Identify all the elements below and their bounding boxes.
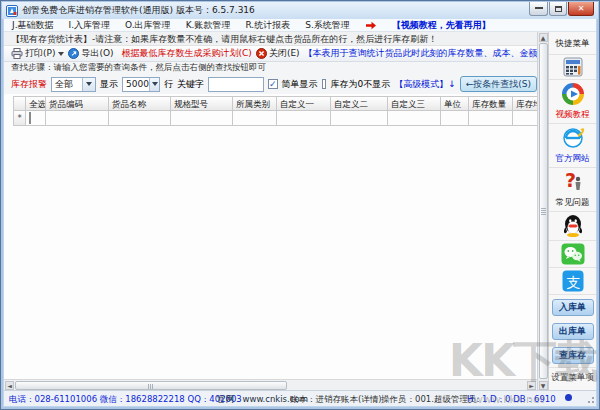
- close-icon: ✕: [578, 4, 585, 13]
- scroll-down-icon[interactable]: ▼: [539, 381, 548, 390]
- video-tutorial-label: 视频教程: [556, 108, 590, 123]
- minimize-icon: [535, 6, 543, 9]
- keyword-input[interactable]: [208, 77, 264, 92]
- cell-unit[interactable]: [441, 111, 469, 126]
- column-stock-qty[interactable]: 库存数量: [469, 96, 513, 111]
- export-button[interactable]: 导出(O): [68, 47, 113, 60]
- column-spec-model[interactable]: 规格型号: [171, 96, 233, 111]
- ie-icon: [561, 126, 585, 150]
- vertical-scrollbar[interactable]: ▲ ▼: [537, 32, 548, 390]
- menu-system[interactable]: S.系统管理: [305, 19, 350, 32]
- question-icon: ?: [561, 170, 585, 194]
- column-item-code[interactable]: 货品编码: [46, 96, 109, 111]
- new-row-marker: *: [13, 111, 26, 126]
- window-controls: ✕: [529, 2, 594, 16]
- toolbar: 打印(P) 导出(O) 根据最低库存数生成采购计划(C): [4, 45, 537, 62]
- print-dropdown-icon: [58, 52, 64, 56]
- search-steps-text: 查找步骤：请输入您需要的查询条件，然后点击右侧的查找按钮即可: [4, 62, 537, 74]
- minimize-button[interactable]: [529, 2, 548, 16]
- check-stock-button[interactable]: 查库存: [552, 347, 594, 364]
- maximize-button[interactable]: [549, 2, 567, 16]
- cell-custom-1[interactable]: [277, 111, 331, 126]
- red-arrow-icon: [365, 21, 377, 30]
- horizontal-scrollbar[interactable]: ◄ ►: [4, 379, 537, 390]
- column-custom-2[interactable]: 自定义二: [331, 96, 388, 111]
- simple-display-label: 简单显示: [282, 78, 318, 91]
- advanced-mode-link[interactable]: 【高级模式】↓: [394, 78, 456, 91]
- menu-accounts[interactable]: K.账款管理: [186, 19, 231, 32]
- outbound-order-button[interactable]: 出库单: [552, 323, 594, 340]
- cell-item-code[interactable]: [46, 111, 109, 126]
- printer-icon: [11, 48, 23, 59]
- table-row[interactable]: *: [13, 111, 537, 126]
- cell-stock-qty[interactable]: [469, 111, 513, 126]
- simple-display-checkbox[interactable]: [268, 79, 278, 89]
- column-category[interactable]: 所属类别: [233, 96, 277, 111]
- operator-info: 操作员：001.超级管理员: [381, 394, 476, 406]
- cell-custom-2[interactable]: [331, 111, 388, 126]
- display-rows-select[interactable]: 5000: [122, 77, 160, 92]
- inbound-order-button[interactable]: 入库单: [552, 299, 594, 316]
- qq-contact-button[interactable]: [549, 212, 596, 240]
- cell-item-name[interactable]: [109, 111, 171, 126]
- menu-settings-link[interactable]: 设置菜单项: [551, 368, 594, 384]
- generate-purchase-plan-button[interactable]: 根据最低库存数生成采购计划(C): [122, 47, 252, 60]
- resize-grip[interactable]: [585, 394, 595, 404]
- cell-custom-3[interactable]: [388, 111, 441, 126]
- keyword-label: 关键字: [177, 78, 204, 91]
- calculator-button[interactable]: [549, 55, 596, 79]
- close-view-button[interactable]: 关闭(E): [256, 47, 300, 60]
- qq-icon: [562, 214, 584, 238]
- main-panel: 【现有存货统计表】-请注意：如果库存数量不准确，请用鼠标右键点击货品所在的行，然…: [4, 32, 537, 390]
- alipay-contact-button[interactable]: 支: [549, 268, 596, 294]
- toolbar-hint: 【本表用于查询统计货品此时此刻的库存数量、成本、金额等情况】: [304, 47, 537, 60]
- menu-video-tutorial[interactable]: 【视频教程，先看再用】: [392, 19, 491, 32]
- faq-button[interactable]: ?: [549, 168, 596, 196]
- grid-corner-cell: [13, 96, 26, 111]
- official-website-button[interactable]: [549, 124, 596, 152]
- vscroll-thumb[interactable]: [539, 43, 548, 379]
- menu-inbound[interactable]: I.入库管理: [69, 19, 111, 32]
- dropdown-arrow-icon: [149, 78, 159, 91]
- column-item-name[interactable]: 货品名称: [109, 96, 171, 111]
- column-unit[interactable]: 单位: [441, 96, 469, 111]
- column-select-all[interactable]: 全选: [26, 96, 46, 111]
- menu-basic-data[interactable]: J.基础数据: [12, 19, 54, 32]
- menu-reports[interactable]: R.统计报表: [245, 19, 290, 32]
- cell-category[interactable]: [233, 111, 277, 126]
- print-button[interactable]: 打印(P): [11, 47, 64, 60]
- maximize-icon: [555, 6, 562, 12]
- scroll-left-icon[interactable]: ◄: [5, 381, 14, 390]
- stock-alarm-select[interactable]: 全部: [51, 77, 96, 92]
- cell-avg-price[interactable]: [513, 111, 537, 126]
- wechat-contact-button[interactable]: [549, 241, 596, 267]
- close-button[interactable]: ✕: [568, 2, 594, 16]
- hscroll-thumb[interactable]: [15, 381, 287, 390]
- menu-outbound[interactable]: O.出库管理: [125, 19, 171, 32]
- hide-zero-label: 库存为0不显示: [330, 78, 390, 91]
- find-by-condition-button[interactable]: ←按条件查找(S): [460, 76, 537, 92]
- app-icon: [6, 5, 18, 17]
- calculator-icon: [562, 57, 584, 77]
- notice-text: 【现有存货统计表】-请注意：如果库存数量不准确，请用鼠标右键点击货品所在的行，然…: [4, 32, 537, 45]
- quick-menu-sidebar: 快捷菜单: [548, 32, 596, 390]
- hide-zero-checkbox[interactable]: [322, 79, 327, 89]
- client-area: 【现有存货统计表】-请注意：如果库存数量不准确，请用鼠标右键点击货品所在的行，然…: [4, 32, 596, 390]
- column-custom-1[interactable]: 自定义一: [277, 96, 331, 111]
- scroll-up-icon[interactable]: ▲: [539, 33, 548, 42]
- scroll-right-icon[interactable]: ►: [527, 381, 536, 390]
- window-title: 创管免费仓库进销存管理软件(通用版) 版本号：6.5.7.316: [22, 4, 255, 17]
- video-tutorial-button[interactable]: [549, 80, 596, 108]
- ledger-info: 账本：进销存账本(详情): [290, 394, 382, 406]
- row-select-checkbox[interactable]: [29, 112, 31, 124]
- official-website-label: 官方网站: [556, 152, 590, 167]
- app-window: 创管免费仓库进销存管理软件(通用版) 版本号：6.5.7.316 ✕ J.基础数…: [0, 0, 600, 410]
- cell-spec-model[interactable]: [171, 111, 233, 126]
- column-custom-3[interactable]: 自定义三: [388, 96, 441, 111]
- menu-bar: J.基础数据 I.入库管理 O.出库管理 K.账款管理 R.统计报表 S.系统管…: [4, 19, 596, 32]
- faq-label: 常见问题: [556, 196, 590, 211]
- column-avg-price[interactable]: 库存均价: [513, 96, 537, 111]
- dropdown-arrow-icon: [82, 78, 95, 91]
- status-indicator-dot: [565, 394, 572, 401]
- svg-text:?: ?: [565, 170, 576, 191]
